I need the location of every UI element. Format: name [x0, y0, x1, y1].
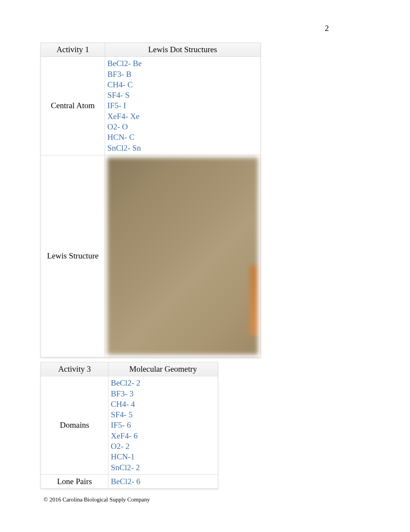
label-central-atom: Central Atom [41, 57, 105, 155]
lone-pairs-list: BeCl2- 6 [110, 476, 215, 487]
table-row: Lewis Structure [41, 155, 261, 357]
page-content: Activity 1 Lewis Dot Structures Central … [0, 0, 263, 503]
table-row: Activity 1 Lewis Dot Structures [41, 43, 261, 57]
list-item: CH4- 4 [110, 399, 215, 410]
table-row: Lone Pairs BeCl2- 6 [41, 474, 218, 488]
list-item: HCN- C [107, 132, 257, 143]
header-activity-3: Activity 3 [41, 362, 108, 376]
lewis-structure-image-cell [105, 155, 261, 357]
list-item: IF5- 6 [110, 420, 215, 430]
list-item: SnCl2- 2 [110, 462, 215, 473]
list-item: SnCl2- Sn [107, 143, 257, 153]
list-item: BeCl2- 6 [110, 476, 215, 487]
list-item: IF5- I [107, 100, 257, 111]
list-item: CH4- C [107, 80, 257, 90]
page-number: 2 [325, 23, 329, 33]
table-activity-1: Activity 1 Lewis Dot Structures Central … [41, 42, 261, 357]
lewis-structure-image [107, 158, 258, 355]
lone-pairs-values: BeCl2- 6 [108, 474, 218, 488]
header-activity-1: Activity 1 [41, 43, 105, 57]
list-item: O2- O [107, 122, 257, 132]
domains-list: BeCl2- 2 BF3- 3 CH4- 4 SF4- 5 IF5- 6 XeF… [110, 378, 215, 473]
label-lone-pairs: Lone Pairs [41, 474, 108, 488]
table-row: Activity 3 Molecular Geometry [41, 362, 218, 376]
footer-copyright: © 2016 Carolina Biological Supply Compan… [41, 496, 263, 503]
label-lewis-structure: Lewis Structure [41, 155, 105, 357]
list-item: BeCl2- 2 [110, 378, 215, 388]
list-item: XeF4- Xe [107, 111, 257, 122]
central-atom-list: BeCl2- Be BF3- B CH4- C SF4- S IF5- I Xe… [107, 58, 257, 153]
table-row: Domains BeCl2- 2 BF3- 3 CH4- 4 SF4- 5 IF… [41, 376, 218, 475]
header-lewis-dot: Lewis Dot Structures [105, 43, 261, 57]
list-item: SF4- S [107, 90, 257, 100]
list-item: HCN-1 [110, 452, 215, 462]
list-item: XeF4- 6 [110, 431, 215, 441]
table-activity-3: Activity 3 Molecular Geometry Domains Be… [41, 362, 218, 489]
header-molecular-geometry: Molecular Geometry [108, 362, 218, 376]
table-row: Central Atom BeCl2- Be BF3- B CH4- C SF4… [41, 57, 261, 155]
list-item: BeCl2- Be [107, 58, 257, 69]
central-atom-values: BeCl2- Be BF3- B CH4- C SF4- S IF5- I Xe… [105, 57, 261, 155]
list-item: SF4- 5 [110, 410, 215, 420]
list-item: BF3- B [107, 69, 257, 80]
list-item: BF3- 3 [110, 389, 215, 399]
list-item: O2- 2 [110, 441, 215, 452]
label-domains: Domains [41, 376, 108, 475]
domains-values: BeCl2- 2 BF3- 3 CH4- 4 SF4- 5 IF5- 6 XeF… [108, 376, 218, 475]
